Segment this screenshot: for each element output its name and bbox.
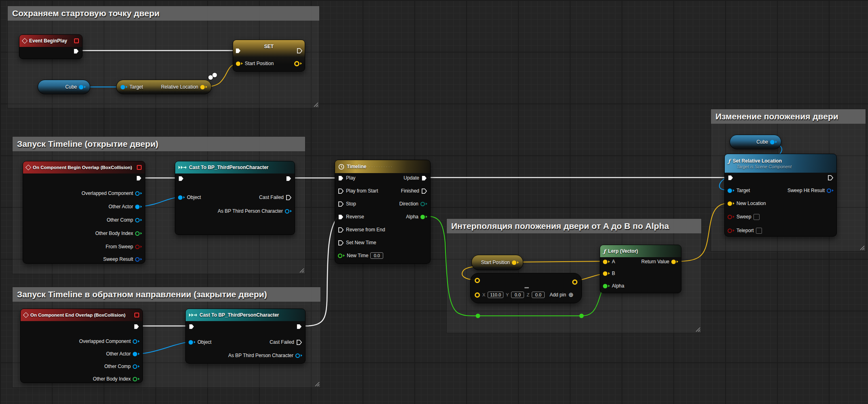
object-input-pin[interactable] <box>178 195 183 200</box>
node-header[interactable]: ƒ Lerp (Vector) <box>600 245 681 257</box>
component-output-pin[interactable] <box>133 364 137 369</box>
bool-output-pin[interactable] <box>135 245 140 249</box>
node-set-start-position[interactable]: SET Start Position <box>233 40 305 72</box>
cast-failed-exec-pin[interactable] <box>296 339 302 345</box>
bool-input-pin[interactable] <box>728 215 732 219</box>
vector-input-pin[interactable] <box>728 201 732 206</box>
vector-input-pin[interactable] <box>603 271 607 276</box>
exec-out-pin[interactable] <box>297 48 303 54</box>
z-value-field[interactable]: 0.0 <box>532 292 545 298</box>
component-output-pin[interactable] <box>135 191 140 196</box>
vector-output-pin[interactable] <box>294 61 299 66</box>
finished-exec-pin[interactable] <box>421 188 427 194</box>
float-output-pin[interactable] <box>420 215 425 219</box>
node-header[interactable]: Cast To BP_ThirdPersonCharacter <box>186 309 305 321</box>
comment-resize-handle[interactable] <box>314 381 320 387</box>
exec-in-pin[interactable] <box>189 324 195 330</box>
y-value-field[interactable]: 0.0 <box>511 292 524 298</box>
x-value-field[interactable]: 110.0 <box>488 292 503 298</box>
reverse-from-end-exec-pin[interactable] <box>338 227 344 233</box>
comment-resize-handle[interactable] <box>695 326 700 332</box>
node-begin-overlap[interactable]: On Component Begin Overlap (BoxCollision… <box>23 161 145 264</box>
node-timeline[interactable]: Timeline ·········· Play Play from Start… <box>335 160 431 264</box>
struct-output-pin[interactable] <box>135 257 140 262</box>
node-set-relative-location[interactable]: ƒ Set Relative Location Target is Scene … <box>724 154 837 237</box>
float-input-pin[interactable] <box>603 284 607 288</box>
object-output-pin[interactable] <box>285 209 289 214</box>
exec-out-pin[interactable] <box>134 324 140 330</box>
teleport-checkbox[interactable] <box>756 228 762 234</box>
node-header[interactable]: ƒ Set Relative Location Target is Scene … <box>725 154 836 173</box>
comment-resize-handle[interactable] <box>859 245 865 250</box>
node-header[interactable]: On Component End Overlap (BoxCollision) <box>21 309 142 321</box>
float-input-pin[interactable] <box>338 254 342 258</box>
reverse-exec-pin[interactable] <box>338 214 344 220</box>
blueprint-graph-canvas[interactable]: Сохраняем стартовую точку двери Запуск T… <box>0 0 868 404</box>
struct-output-pin[interactable] <box>827 188 831 193</box>
node-end-overlap[interactable]: On Component End Overlap (BoxCollision) … <box>20 309 143 383</box>
variable-label: Start Position <box>481 260 510 265</box>
node-cast-open[interactable]: Cast To BP_ThirdPersonCharacter Object C… <box>175 161 295 235</box>
component-output-pin[interactable] <box>133 339 137 344</box>
node-event-beginplay[interactable]: Event BeginPlay <box>19 34 83 59</box>
pin-row-exec-in <box>235 47 241 54</box>
node-header[interactable]: Cast To BP_ThirdPersonCharacter <box>175 161 295 173</box>
exec-in-pin[interactable] <box>178 176 184 182</box>
int-output-pin[interactable] <box>135 231 140 236</box>
vector-output-pin[interactable] <box>572 279 577 285</box>
node-header[interactable]: On Component Begin Overlap (BoxCollision… <box>23 161 145 173</box>
exec-in-pin[interactable] <box>235 48 241 54</box>
exec-out-pin[interactable] <box>136 175 142 181</box>
comment-move-door-header[interactable]: Изменение положения двери <box>711 109 866 124</box>
node-lerp-vector[interactable]: ƒ Lerp (Vector) A Return Value B Alpha <box>600 245 681 293</box>
node-header[interactable]: Event BeginPlay <box>19 35 82 47</box>
vector-input-pin[interactable] <box>603 260 607 264</box>
object-output-pin[interactable] <box>770 140 775 144</box>
pin-label: Set New Time <box>346 240 376 245</box>
cast-failed-exec-pin[interactable] <box>286 195 292 201</box>
node-cast-close[interactable]: Cast To BP_ThirdPersonCharacter Object C… <box>185 309 306 364</box>
vector-output-pin[interactable] <box>512 260 516 265</box>
actor-output-pin[interactable] <box>135 205 140 209</box>
target-input-pin[interactable] <box>121 85 125 89</box>
vector-input-pin[interactable] <box>236 61 240 66</box>
vector-output-pin[interactable] <box>671 260 676 264</box>
exec-out-pin[interactable] <box>296 324 302 330</box>
component-output-pin[interactable] <box>135 218 140 222</box>
int-output-pin[interactable] <box>133 377 137 381</box>
play-from-start-exec-pin[interactable] <box>338 188 344 194</box>
byte-output-pin[interactable] <box>420 202 425 206</box>
comment-resize-handle[interactable] <box>299 267 304 273</box>
object-input-pin[interactable] <box>189 340 193 345</box>
play-exec-pin[interactable] <box>338 175 344 181</box>
sweep-checkbox[interactable] <box>753 214 760 220</box>
target-input-pin[interactable] <box>728 188 732 193</box>
node-vector-add[interactable]: X 110.0 Y 0.0 Z 0.0 Add pin ⊕ <box>470 273 582 303</box>
add-pin-button[interactable]: ⊕ <box>569 291 574 298</box>
object-output-pin[interactable] <box>295 353 300 358</box>
exec-out-pin[interactable] <box>286 176 292 182</box>
update-exec-pin[interactable] <box>421 175 427 181</box>
set-new-time-exec-pin[interactable] <box>338 240 344 246</box>
exec-in-pin[interactable] <box>728 175 734 181</box>
vector-input-pin[interactable] <box>475 292 480 298</box>
node-header[interactable]: Timeline ·········· <box>335 160 430 173</box>
exec-out-pin[interactable] <box>73 48 79 54</box>
vector-input-pin[interactable] <box>475 278 480 283</box>
comment-resize-handle[interactable] <box>313 102 318 107</box>
comment-open-door-header[interactable]: Запуск Timeline (открытие двери) <box>13 137 305 151</box>
actor-output-pin[interactable] <box>133 352 137 356</box>
bool-input-pin[interactable] <box>728 228 732 233</box>
exec-out-pin[interactable] <box>828 175 834 181</box>
comment-close-door-header[interactable]: Запуск Timeline в обратном направлении (… <box>13 287 320 302</box>
node-get-cube-right[interactable]: Cube <box>730 135 781 149</box>
stop-exec-pin[interactable] <box>338 201 344 207</box>
vector-output-pin[interactable] <box>200 85 205 89</box>
node-get-relative-location[interactable]: Target Relative Location <box>116 80 212 94</box>
node-get-cube[interactable]: Cube <box>38 80 90 94</box>
comment-interpolation-header[interactable]: Интерполяция положения двери от A до B п… <box>447 219 701 233</box>
new-time-value-field[interactable]: 0.0 <box>370 252 383 259</box>
node-get-start-position[interactable]: Start Position <box>471 255 523 270</box>
comment-save-start-header[interactable]: Сохраняем стартовую точку двери <box>8 6 319 21</box>
object-output-pin[interactable] <box>79 85 83 89</box>
